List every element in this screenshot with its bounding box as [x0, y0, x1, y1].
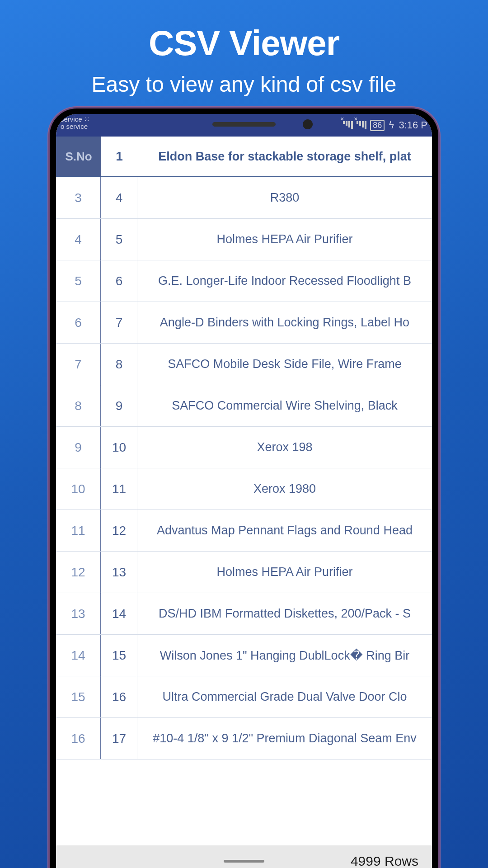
- cell-col2: #10-4 1/8" x 9 1/2" Premium Diagonal Sea…: [137, 731, 432, 745]
- row-count-label: 4999 Rows: [351, 854, 418, 868]
- table-row[interactable]: 1516Ultra Commercial Grade Dual Valve Do…: [56, 676, 432, 718]
- cell-col1: 11: [101, 468, 137, 509]
- cell-sno: 8: [56, 385, 101, 426]
- cell-col1: 13: [101, 552, 137, 593]
- header-col2: Eldon Base for stackable storage shelf, …: [137, 150, 432, 164]
- charging-icon: ϟ: [388, 119, 395, 131]
- cell-col2: Ultra Commercial Grade Dual Valve Door C…: [137, 690, 432, 704]
- cell-sno: 11: [56, 510, 101, 551]
- promo-title: CSV Viewer: [0, 23, 488, 64]
- statusbar-right: × × 86 ϟ 3:16 P: [343, 119, 427, 131]
- cell-col2: SAFCO Commercial Wire Shelving, Black: [137, 399, 432, 413]
- cell-col1: 12: [101, 510, 137, 551]
- signal-icon: ×: [343, 121, 353, 129]
- cell-sno: 9: [56, 427, 101, 468]
- cell-sno: 6: [56, 302, 101, 343]
- cell-sno: 3: [56, 177, 101, 218]
- cell-col2: Holmes HEPA Air Purifier: [137, 565, 432, 579]
- table-row[interactable]: 1314DS/HD IBM Formatted Diskettes, 200/P…: [56, 593, 432, 635]
- phone-screen: service ⁙ o service × × 86 ϟ 3:16 P S.No: [56, 114, 432, 868]
- cell-col2: R380: [137, 191, 432, 205]
- table-row[interactable]: 67Angle-D Binders with Locking Rings, La…: [56, 302, 432, 344]
- cell-sno: 10: [56, 468, 101, 509]
- table-row[interactable]: 78SAFCO Mobile Desk Side File, Wire Fram…: [56, 344, 432, 385]
- phone-camera: [303, 119, 313, 129]
- table-row[interactable]: 910Xerox 198: [56, 427, 432, 468]
- cell-col1: 9: [101, 385, 137, 426]
- phone-frame: service ⁙ o service × × 86 ϟ 3:16 P S.No: [50, 108, 438, 868]
- table-row[interactable]: 1112Advantus Map Pennant Flags and Round…: [56, 510, 432, 552]
- cell-col1: 8: [101, 344, 137, 385]
- cell-sno: 4: [56, 219, 101, 260]
- table-row[interactable]: 56G.E. Longer-Life Indoor Recessed Flood…: [56, 260, 432, 302]
- table-header-row: S.No 1 Eldon Base for stackable storage …: [56, 137, 432, 177]
- csv-table[interactable]: S.No 1 Eldon Base for stackable storage …: [56, 137, 432, 760]
- cell-col2: Wilson Jones 1" Hanging DublLock� Ring B…: [137, 648, 432, 663]
- cell-col1: 14: [101, 593, 137, 634]
- header-col1: 1: [101, 149, 137, 164]
- cell-col1: 15: [101, 635, 137, 676]
- cell-sno: 15: [56, 676, 101, 717]
- service-label-top: service: [61, 115, 82, 123]
- table-row[interactable]: 1617#10-4 1/8" x 9 1/2" Premium Diagonal…: [56, 718, 432, 760]
- cell-col2: Xerox 198: [137, 440, 432, 454]
- cell-col1: 17: [101, 718, 137, 759]
- statusbar-service: service ⁙ o service: [61, 116, 90, 130]
- table-row[interactable]: 1011Xerox 1980: [56, 468, 432, 510]
- cell-col1: 6: [101, 260, 137, 302]
- cell-sno: 13: [56, 593, 101, 634]
- cell-col1: 16: [101, 676, 137, 717]
- table-row[interactable]: 89SAFCO Commercial Wire Shelving, Black: [56, 385, 432, 427]
- cell-col1: 10: [101, 427, 137, 468]
- cell-sno: 14: [56, 635, 101, 676]
- cell-col2: Holmes HEPA Air Purifier: [137, 232, 432, 246]
- promo-subtitle: Easy to view any kind of csv file: [0, 72, 488, 97]
- cell-col2: Angle-D Binders with Locking Rings, Labe…: [137, 316, 432, 330]
- cell-sno: 5: [56, 260, 101, 302]
- cell-col1: 7: [101, 302, 137, 343]
- signal-icon: ×: [357, 121, 366, 129]
- footer-bar: 4999 Rows: [56, 845, 432, 868]
- battery-icon: 86: [370, 120, 385, 131]
- statusbar-time: 3:16 P: [399, 119, 427, 131]
- table-row[interactable]: 1415Wilson Jones 1" Hanging DublLock� Ri…: [56, 635, 432, 676]
- table-row[interactable]: 34R380: [56, 177, 432, 219]
- cell-sno: 12: [56, 552, 101, 593]
- promo-header: CSV Viewer Easy to view any kind of csv …: [0, 0, 488, 97]
- cell-col1: 5: [101, 219, 137, 260]
- cell-sno: 16: [56, 718, 101, 759]
- cell-col2: DS/HD IBM Formatted Diskettes, 200/Pack …: [137, 607, 432, 621]
- cell-sno: 7: [56, 344, 101, 385]
- cell-col2: Xerox 1980: [137, 482, 432, 496]
- cell-col1: 4: [101, 177, 137, 218]
- table-row[interactable]: 45Holmes HEPA Air Purifier: [56, 219, 432, 260]
- header-sno: S.No: [56, 137, 101, 176]
- table-row[interactable]: 1213Holmes HEPA Air Purifier: [56, 552, 432, 593]
- cell-col2: SAFCO Mobile Desk Side File, Wire Frame: [137, 357, 432, 371]
- phone-speaker: [212, 122, 276, 127]
- cell-col2: Advantus Map Pennant Flags and Round Hea…: [137, 524, 432, 538]
- service-label-bottom: o service: [61, 123, 88, 130]
- drag-handle-icon[interactable]: [224, 860, 264, 863]
- cell-col2: G.E. Longer-Life Indoor Recessed Floodli…: [137, 274, 432, 288]
